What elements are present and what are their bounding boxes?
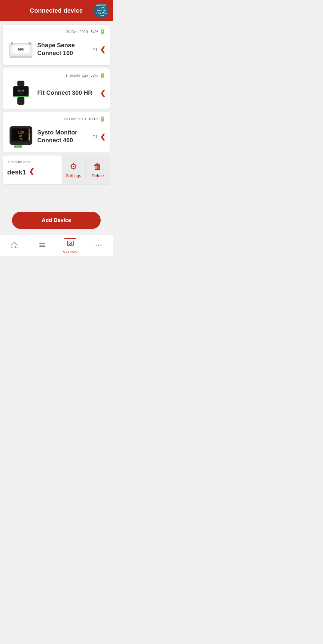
svg-rect-7: [17, 81, 24, 86]
svg-rect-28: [39, 243, 45, 244]
avatar-text: GINEE KE TO SOL ROBLEM THEY WILL OWN: [94, 4, 108, 17]
chevron-btn-desk1[interactable]: ❮: [29, 168, 34, 175]
device-info-shape: Shape Sense Connect 100: [37, 41, 90, 57]
device-card-body-fit: 14:30 3:28 Fit Connect 300 HR ❮: [7, 81, 105, 105]
delete-label: Delete: [92, 173, 104, 178]
svg-text:595: 595: [18, 48, 24, 51]
device-action-shape: P1 ❮: [93, 46, 105, 53]
device-card-body: 595 Shape Sense Connect 100 P1 ❮: [7, 37, 105, 61]
device-image-bp: 120 80 70 START ♡: [7, 124, 34, 148]
add-device-button[interactable]: Add Device: [12, 212, 101, 229]
svg-rect-13: [17, 97, 24, 105]
band-svg: 14:30 3:28: [10, 81, 32, 105]
settings-label: Settings: [66, 173, 81, 178]
device-card-top-fit: 1 minute ago 57% 🔋: [7, 72, 105, 78]
svg-rect-30: [39, 246, 45, 247]
svg-point-35: [98, 245, 99, 246]
my-device-label: My Device: [63, 250, 78, 254]
battery-info-shape: 54% 🔋: [90, 29, 105, 35]
device-timestamp-fit: 1 minute ago: [66, 73, 88, 78]
chevron-btn-shape[interactable]: ❮: [100, 46, 105, 53]
chevron-btn-systo[interactable]: ❮: [100, 134, 105, 140]
battery-icon-fit: 🔋: [99, 72, 105, 78]
device-card-body-systo: 120 80 70 START ♡ S: [7, 124, 105, 148]
battery-icon: 🔋: [99, 29, 105, 35]
nav-item-home[interactable]: [0, 241, 28, 251]
device-card-desk1-actions: ⚙ Settings 🗑 Delete: [62, 156, 110, 184]
device-timestamp-desk: 1 minute ago: [7, 160, 30, 164]
device-card-desk1: 1 minute ago desk1 ❮ ⚙ Settings 🗑 Delete: [3, 156, 110, 184]
svg-point-34: [96, 245, 97, 246]
chevron-btn-fit[interactable]: ❮: [100, 90, 105, 97]
device-image-band: 14:30 3:28: [7, 81, 34, 105]
scale-svg: 595: [8, 39, 34, 60]
device-card-desk1-left: 1 minute ago desk1 ❮: [3, 156, 62, 184]
delete-icon: 🗑: [93, 162, 102, 171]
avatar[interactable]: GINEE KE TO SOL ROBLEM THEY WILL OWN: [94, 3, 108, 18]
device-card-top: 20 Dec 2019 54% 🔋: [7, 29, 105, 35]
spacer: [0, 188, 113, 206]
svg-rect-4: [9, 56, 32, 58]
delete-action-btn[interactable]: 🗑 Delete: [86, 156, 110, 184]
profile-label-shape: P1: [93, 47, 98, 52]
svg-text:START: START: [16, 146, 20, 148]
nav-item-more[interactable]: [84, 241, 113, 251]
svg-text:14:30: 14:30: [17, 89, 24, 92]
device-name-desk1: desk1: [7, 168, 26, 176]
svg-point-33: [70, 243, 71, 244]
add-device-container: Add Device: [0, 206, 113, 235]
svg-rect-29: [39, 245, 45, 246]
device-action-fit: ❮: [100, 90, 105, 97]
more-icon: [95, 241, 102, 251]
home-icon: [10, 241, 18, 251]
svg-point-15: [20, 102, 21, 103]
device-timestamp-systo: 20 Dec 2019: [64, 117, 86, 121]
app-header: Connected device GINEE KE TO SOL ROBLEM …: [0, 0, 113, 21]
battery-icon-systo: 🔋: [99, 116, 105, 122]
device-image-scale: 595: [7, 37, 34, 61]
svg-text:♡: ♡: [25, 145, 27, 148]
device-name-systo: Systo Monitor Connect 400: [37, 128, 90, 144]
battery-info-systo: 100% 🔋: [88, 116, 105, 122]
nav-item-menu[interactable]: [28, 241, 56, 251]
svg-rect-22: [29, 129, 30, 133]
menu-icon: [38, 241, 46, 251]
device-card-top-desk: 1 minute ago: [7, 160, 57, 164]
svg-point-36: [100, 245, 102, 246]
bp-svg: 120 80 70 START ♡: [8, 124, 34, 148]
device-name-fit: Fit Connect 300 HR: [37, 89, 97, 97]
svg-rect-23: [29, 133, 30, 137]
svg-point-14: [20, 99, 21, 100]
device-action-systo: P1 ❮: [93, 134, 105, 140]
my-device-icon: [66, 239, 75, 249]
desk1-body: desk1 ❮: [7, 167, 57, 176]
svg-text:3:28: 3:28: [19, 93, 22, 94]
device-name-shape: Shape Sense Connect 100: [37, 41, 90, 57]
device-card-fit-connect: 1 minute ago 57% 🔋 14:30 3:28: [3, 68, 110, 109]
svg-rect-24: [29, 137, 30, 140]
nav-item-my-device[interactable]: My Device: [56, 238, 85, 254]
device-card-systo: 20 Dec 2019 100% 🔋 120 80: [3, 112, 110, 153]
device-list: 20 Dec 2019 54% 🔋 595 Shape: [0, 21, 113, 188]
svg-rect-6: [29, 42, 31, 45]
device-card-top-systo: 20 Dec 2019 100% 🔋: [7, 116, 105, 122]
bottom-navigation: My Device: [0, 235, 113, 256]
header-title: Connected device: [30, 7, 83, 14]
settings-icon: ⚙: [70, 162, 77, 171]
device-info-fit: Fit Connect 300 HR: [37, 89, 97, 97]
device-timestamp-shape: 20 Dec 2019: [66, 29, 88, 34]
svg-text:120: 120: [17, 130, 24, 134]
svg-text:70: 70: [19, 137, 23, 140]
settings-action-btn[interactable]: ⚙ Settings: [62, 156, 86, 184]
svg-rect-5: [11, 42, 13, 45]
profile-label-systo: P1: [93, 134, 98, 139]
device-info-systo: Systo Monitor Connect 400: [37, 128, 90, 144]
battery-info-fit: 57% 🔋: [90, 72, 105, 78]
device-card-shape-sense: 20 Dec 2019 54% 🔋 595 Shape: [3, 25, 110, 65]
